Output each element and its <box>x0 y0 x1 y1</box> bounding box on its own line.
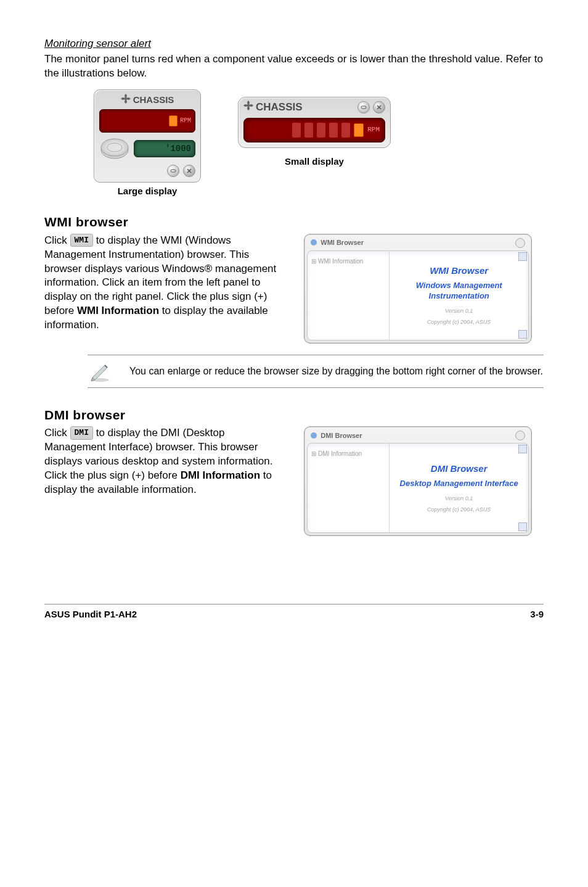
panel-title: CHASSIS <box>256 101 303 115</box>
chassis-panel-small: CHASSIS RPM <box>238 97 391 148</box>
window-title: WMI Browser <box>321 239 364 246</box>
content-pane: DMI Browser Desktop Management Interface… <box>390 444 528 532</box>
pencil-icon <box>88 359 112 384</box>
threshold-value: 1000 <box>170 143 191 155</box>
page-footer: ASUS Pundit P1-AH2 3-9 <box>44 604 544 621</box>
threshold-knob-icon[interactable] <box>99 136 130 161</box>
fan-icon <box>121 94 131 107</box>
text-run: Click <box>44 234 70 246</box>
copyright-label: Copyright (c) 2004, ASUS <box>392 506 526 513</box>
section-heading: WMI browser <box>44 213 544 231</box>
content-pane: WMI Browser Windows Management Instrumen… <box>390 251 528 340</box>
body-text: The monitor panel turns red when a compo… <box>44 52 544 81</box>
toggle-size-icon[interactable] <box>167 165 179 177</box>
pane-subtitle: Desktop Management Interface <box>392 479 526 489</box>
alert-indicator-icon <box>354 123 364 137</box>
rpm-readout: RPM <box>99 109 195 133</box>
scroll-down-icon[interactable] <box>518 330 527 339</box>
svg-rect-4 <box>171 170 176 172</box>
app-icon <box>311 432 317 439</box>
pane-heading: DMI Browser <box>392 463 526 475</box>
window-title: DMI Browser <box>321 432 362 439</box>
close-icon[interactable] <box>515 238 525 248</box>
pane-heading: WMI Browser <box>392 265 526 277</box>
alert-indicator-icon <box>169 115 178 126</box>
note-text: You can enlarge or reduce the browser si… <box>129 365 543 378</box>
bold-term: WMI Information <box>77 305 159 316</box>
footer-product: ASUS Pundit P1-AH2 <box>44 608 137 621</box>
tree-root-node[interactable]: DMI Information <box>311 450 385 458</box>
panel-title: CHASSIS <box>133 94 174 106</box>
footer-page-number: 3-9 <box>530 608 544 621</box>
bold-term: DMI Information <box>181 469 260 481</box>
wmi-button-icon[interactable]: WMI <box>70 234 93 247</box>
version-label: Version 0.1 <box>392 307 526 315</box>
scroll-down-icon[interactable] <box>518 522 527 531</box>
rpm-unit-label: RPM <box>367 125 380 134</box>
chassis-panel-large: CHASSIS RPM '1000 <box>94 89 201 183</box>
section-subheading: Monitoring sensor alert <box>44 37 544 51</box>
copyright-label: Copyright (c) 2004, ASUS <box>392 318 526 326</box>
close-icon[interactable] <box>373 101 385 113</box>
dmi-browser-window: DMI Browser DMI Information DMI Browser … <box>304 426 532 536</box>
close-icon[interactable] <box>183 165 195 177</box>
note-callout: You can enlarge or reduce the browser si… <box>88 355 544 388</box>
dmi-button-icon[interactable]: DMI <box>70 426 93 440</box>
svg-point-3 <box>107 143 122 152</box>
version-label: Version 0.1 <box>392 495 526 502</box>
pane-subtitle: Windows Management Instrumentation <box>392 281 526 302</box>
section-heading: DMI browser <box>44 406 544 424</box>
tree-root-node[interactable]: WMI Information <box>311 257 385 266</box>
body-text: Click WMI to display the WMI (Windows Ma… <box>44 234 283 333</box>
threshold-readout: '1000 <box>134 140 195 157</box>
body-text: Click DMI to display the DMI (Desktop Ma… <box>44 426 283 497</box>
svg-rect-6 <box>361 106 366 109</box>
rpm-unit-label: RPM <box>180 117 191 125</box>
wmi-browser-window: WMI Browser WMI Information WMI Browser … <box>304 234 532 344</box>
scroll-up-icon[interactable] <box>518 445 527 453</box>
app-icon <box>311 239 317 245</box>
figure-caption: Large display <box>94 185 201 197</box>
close-icon[interactable] <box>515 431 525 440</box>
fan-icon <box>243 101 253 115</box>
figure-caption: Small display <box>238 155 391 168</box>
scroll-up-icon[interactable] <box>518 252 527 261</box>
text-run: Click <box>44 427 70 439</box>
toggle-size-icon[interactable] <box>357 101 370 113</box>
large-display-figure: CHASSIS RPM '1000 <box>94 89 201 198</box>
rpm-readout: RPM <box>243 118 385 142</box>
small-display-figure: CHASSIS RPM Small display <box>238 97 391 168</box>
